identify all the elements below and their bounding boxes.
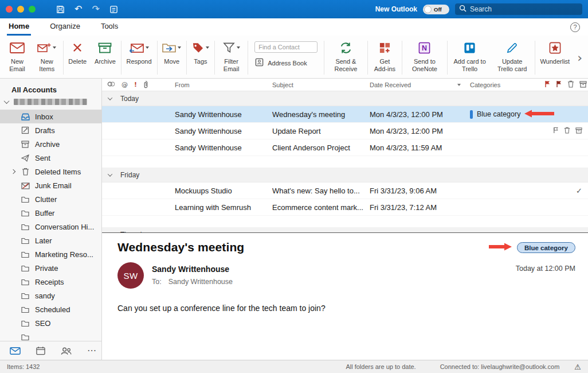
chevron-right-icon[interactable] [11,169,15,174]
accounts-header[interactable]: All Accounts [0,79,101,96]
add-trello-card-button[interactable]: Add card to Trello [449,37,491,74]
sidebar-item-sent[interactable]: Sent [0,151,101,165]
delete-icon [72,40,83,55]
filter-email-button[interactable]: Filter Email [216,37,247,74]
read-status-icon[interactable] [107,81,115,88]
group-header-thursday[interactable]: Thursday [102,227,588,232]
address-book-button[interactable]: Address Book [254,58,317,68]
sidebar-item-partial[interactable] [0,330,101,341]
ribbon-overflow-button[interactable]: › [574,50,586,65]
column-subject[interactable]: Subject [272,81,370,88]
category-color-bar [470,110,473,119]
chevron-down-icon[interactable] [4,98,10,104]
trash-icon[interactable] [564,127,570,135]
folder-icon [21,209,30,216]
sidebar-item-drafts[interactable]: Drafts [0,123,101,137]
flag-icon[interactable] [556,80,562,89]
sidebar-item-later[interactable]: Later [0,234,101,247]
sidebar-item-clutter[interactable]: Clutter [0,192,101,206]
folder-icon [21,251,30,258]
move-button[interactable]: Move [158,37,185,67]
get-addins-button[interactable]: Get Add-ins [369,37,401,74]
message-row[interactable]: Sandy Writtenhouse Update Report Mon 4/3… [102,123,588,139]
delete-button[interactable]: Delete [64,37,91,67]
message-subject: Wednesday's meeting [117,240,244,254]
search-field[interactable] [455,3,582,15]
warning-icon[interactable]: ⚠ [574,363,581,371]
sidebar-item-junk-email[interactable]: Junk Email [0,178,101,192]
wunderlist-button[interactable]: Wunderlist [536,37,574,67]
archive-box-icon[interactable] [579,81,587,89]
importance-icon[interactable]: ! [134,81,137,88]
sidebar-item-receipts[interactable]: Receipts [0,275,101,289]
sidebar-item-sandy[interactable]: sandy [0,289,101,302]
onenote-icon: N [418,40,430,55]
column-date-received[interactable]: Date Received [370,81,470,88]
close-window-button[interactable] [6,6,13,13]
message-row[interactable]: Learning with Semrush Ecommerce content … [102,199,588,216]
help-button[interactable]: ? [570,22,580,32]
sidebar-item-marketing-resources[interactable]: Marketing Reso... [0,247,101,261]
archive-box-icon[interactable] [575,127,582,135]
clipboard-icon[interactable] [109,5,118,14]
message-row[interactable]: Sandy Writtenhouse Wednesday's meeting M… [102,106,588,123]
ribbon-separator [157,41,158,75]
zoom-window-button[interactable] [29,6,36,13]
column-from[interactable]: From [175,81,272,88]
send-receive-button[interactable]: Send & Receive [326,37,366,74]
sidebar-item-private[interactable]: Private [0,261,101,275]
drafts-icon [21,126,30,134]
sidebar-item-archive[interactable]: Archive [0,137,101,151]
tab-home[interactable]: Home [7,18,31,36]
new-email-button[interactable]: New Email [2,37,32,74]
group-header-friday[interactable]: Friday [102,168,588,182]
folder-icon [21,278,30,285]
new-items-button[interactable]: New Items [32,37,62,74]
respond-button[interactable]: Respond [123,37,156,67]
column-categories[interactable]: Categories [470,81,544,88]
group-header-today[interactable]: Today [102,91,588,106]
minimize-window-button[interactable] [17,6,24,13]
new-items-icon [37,40,56,55]
sync-status: All folders are up to date. [346,363,415,370]
redo-icon[interactable]: ↷ [92,5,99,14]
people-module-button[interactable] [61,347,72,355]
archive-icon [98,40,112,55]
message-row[interactable]: Mockuups Studio What's new: Say hello to… [102,182,588,199]
tab-organize[interactable]: Organize [48,18,82,36]
update-trello-card-button[interactable]: Update Trello card [491,37,534,74]
archive-button[interactable]: Archive [91,37,120,67]
new-outlook-label: New Outlook [375,5,417,13]
folder-icon [21,196,30,203]
attachment-icon[interactable] [143,80,148,90]
new-outlook-toggle[interactable]: Off [423,5,449,14]
trash-icon[interactable] [567,80,574,89]
sidebar-item-scheduled[interactable]: Scheduled [0,302,101,316]
tab-tools[interactable]: Tools [99,18,120,36]
content-area: @ ! From Subject Date Received Categorie… [102,79,588,360]
account-row[interactable] [0,96,101,108]
category-pill[interactable]: Blue category [517,242,575,253]
sidebar-item-deleted-items[interactable]: Deleted Items [0,165,101,178]
undo-icon[interactable]: ↶ [75,5,82,14]
flag-icon[interactable] [544,80,551,89]
sender-avatar[interactable]: SW [117,262,144,289]
message-row[interactable]: Sandy Writtenhouse Client Anderson Proje… [102,139,588,156]
send-to-onenote-button[interactable]: N Send to OneNote [403,37,446,74]
sidebar-item-buffer[interactable]: Buffer [0,206,101,220]
save-icon[interactable] [56,5,65,14]
sidebar-item-seo[interactable]: SEO [0,316,101,330]
mail-module-button[interactable] [10,347,21,355]
flag-icon[interactable] [553,127,559,135]
sidebar-item-inbox[interactable]: Inbox [0,110,101,123]
folder-icon [21,292,30,299]
mention-icon[interactable]: @ [121,81,128,88]
reading-pane: Wednesday's meeting Blue category SW San… [102,232,588,360]
search-input[interactable] [470,5,578,13]
sidebar-item-conversation-history[interactable]: Conversation Hi... [0,220,101,234]
calendar-module-button[interactable] [36,346,45,355]
titlebar: ↶ ↷ New Outlook Off [0,0,588,18]
tags-button[interactable]: Tags [188,37,213,67]
to-label: To: [152,278,162,286]
find-contact-input[interactable] [254,41,317,53]
